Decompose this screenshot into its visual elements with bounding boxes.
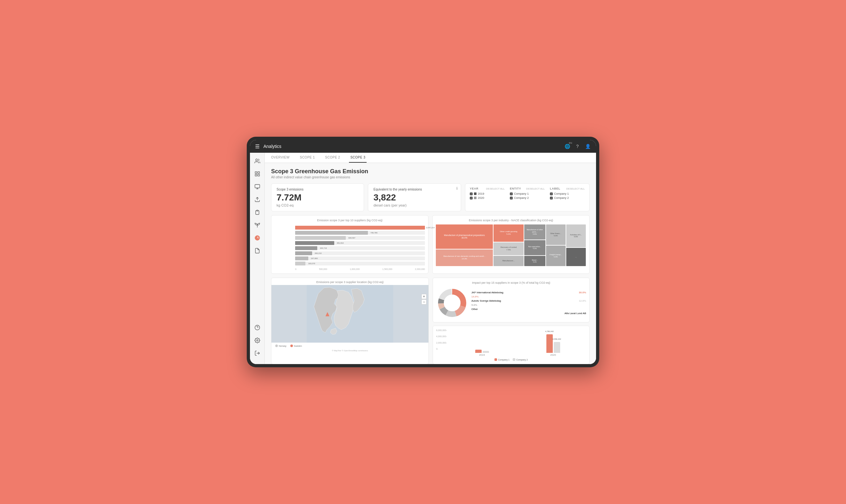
x-label-1: 500,000	[319, 268, 327, 270]
equivalent-unit: diesel cars (per year)	[373, 203, 455, 207]
filter-entity-1[interactable]: Company 1	[510, 192, 545, 195]
zoom-out-button[interactable]: −	[421, 300, 427, 305]
bar-track-1: 2,047,214	[295, 226, 425, 230]
filter-group-year-header: Year DESELECT ALL	[470, 187, 505, 190]
bar-fill-3: 606,567	[295, 236, 346, 240]
x-label-2: 1,000,000	[350, 268, 360, 270]
tm-cell-non-spec[interactable]: Non-specialise...4.5%	[524, 240, 546, 255]
year-group-2019: 2019	[449, 350, 515, 356]
tm-cell-activities[interactable]: Activities of fi...5.6%	[566, 224, 586, 247]
menu-icon[interactable]: ☰	[255, 143, 260, 149]
sidebar-item-help[interactable]	[252, 322, 262, 333]
donut-label-alfa: Alfa Laval Lund AB	[471, 312, 586, 315]
scope3-label: Scope 3 emissions	[277, 187, 359, 191]
map-card: Emissions per scope 3 supplier location …	[271, 277, 429, 364]
sidebar-main	[252, 156, 262, 322]
sidebar-item-plant[interactable]	[252, 220, 262, 230]
filter-year-2019[interactable]: 2019	[470, 192, 505, 195]
checkbox-entity-1[interactable]	[510, 193, 513, 195]
year-2020-label: 2020	[478, 196, 484, 199]
sidebar-item-file[interactable]	[252, 246, 262, 256]
zoom-in-button[interactable]: +	[421, 294, 427, 299]
supplier-alfa: Alfa Laval Lund AB	[564, 312, 586, 315]
pct-14-9: 14.9%	[471, 295, 479, 298]
sidebar-item-upload[interactable]	[252, 194, 262, 204]
tab-scope2[interactable]: SCOPE 2	[324, 153, 342, 163]
tm-cell-recovery[interactable]: Recovery of sorted7.4%	[494, 242, 524, 255]
bar-value-4: 481,810	[337, 242, 344, 244]
sidebar-item-settings[interactable]	[252, 335, 262, 345]
bar-chart-card: Emission scope 3 per top 10 suppliers (k…	[271, 215, 429, 274]
filter-entity-2[interactable]: Company 2	[510, 196, 545, 199]
globe-icon[interactable]: 🌐EN	[564, 143, 570, 149]
donut-row: JKF International Aktiebolag 30.0% 14.9%…	[436, 287, 586, 319]
bar-track-5: 340,719	[295, 246, 425, 250]
scope3-unit: kg CO2-eq	[277, 203, 359, 207]
map-area[interactable]: + −	[272, 285, 429, 343]
checkbox-label-2[interactable]	[550, 197, 553, 199]
filter-label-2[interactable]: Company 2	[550, 196, 585, 199]
map-title: Emissions per scope 3 supplier location …	[272, 278, 429, 285]
bar-chart-container: 2,047,214 795,786	[275, 224, 425, 267]
treemap-col-mid2: Manufacture of other parts...5.6% Non-sp…	[524, 224, 546, 266]
tab-scope3[interactable]: SCOPE 3	[349, 153, 367, 163]
donut-label-row-1: JKF International Aktiebolag 30.0%	[471, 291, 586, 294]
x-label-3: 1,500,000	[382, 268, 392, 270]
filter-group-entity-header: Entity DESELECT ALL	[510, 187, 545, 190]
lang-label: EN	[569, 142, 572, 144]
tm-cell-manuf-extra[interactable]: Manufacture...	[494, 256, 524, 266]
tm-cell-other-fin[interactable]: Other financ...5.0%	[546, 224, 566, 245]
svg-rect-4	[255, 175, 257, 176]
filter-year-2020[interactable]: 2020	[470, 196, 505, 199]
sidebar-item-logout[interactable]	[252, 348, 262, 358]
info-icon[interactable]: ℹ	[456, 186, 457, 191]
filter-label-1[interactable]: Company 1	[550, 192, 585, 195]
bar-value-6: 260,210	[315, 252, 322, 254]
sidebar-item-clipboard[interactable]	[252, 207, 262, 217]
charts-row: Emission scope 3 per top 10 suppliers (k…	[271, 215, 590, 274]
year-deselect[interactable]: DESELECT ALL	[486, 187, 505, 190]
sidebar-item-chart[interactable]	[252, 169, 262, 179]
donut-svg	[436, 287, 468, 319]
label-filter-title: Label	[550, 187, 560, 190]
bar-fill-6: 260,210	[295, 251, 312, 255]
bar-track-6: 260,210	[295, 251, 425, 255]
checkbox-2019[interactable]	[470, 193, 473, 195]
bar-compare-chart: 6,000,000- 4,000,000- 2,000,000- 0-	[436, 329, 586, 356]
tm-cell-cooling[interactable]: Manufacture of non-domestic cooling and …	[436, 249, 493, 266]
checkbox-entity-2[interactable]	[510, 197, 513, 199]
tm-cell-manuf-small[interactable]: Manuf...5.1%	[524, 256, 546, 266]
tab-overview[interactable]: OVERVIEW	[270, 153, 291, 163]
tab-scope1[interactable]: SCOPE 1	[299, 153, 316, 163]
donut-chart-title: Impact per top 15 suppliers in scope 3 (…	[436, 281, 586, 284]
label-deselect[interactable]: DESELECT ALL	[566, 187, 585, 190]
label-1-label: Company 1	[554, 192, 569, 195]
x-label-4: 2,000,000	[415, 268, 425, 270]
help-icon[interactable]: ?	[574, 143, 581, 149]
bar-fill-1: 2,047,214	[295, 226, 425, 230]
user-icon[interactable]: 👤	[585, 143, 591, 149]
tm-cell-other-credit[interactable]: Other credit granting5.0%	[494, 224, 524, 242]
entity-deselect[interactable]: DESELECT ALL	[526, 187, 545, 190]
bar-row-3: 606,567	[275, 236, 425, 240]
bar-value-1: 2,047,214	[426, 227, 434, 229]
year-filter-title: Year	[470, 187, 479, 190]
sweden-label: Sweden	[294, 345, 302, 347]
filter-card: Year DESELECT ALL 2019	[465, 183, 590, 211]
treemap-container: Manufacture of pharmaceutical preparatio…	[436, 224, 586, 266]
sidebar-item-people[interactable]	[252, 156, 262, 166]
tm-cell-misc[interactable]: ...	[566, 248, 586, 266]
equivalent-value: 3,822	[373, 193, 455, 203]
year-2020-dot	[474, 197, 477, 199]
svg-rect-2	[258, 172, 259, 173]
tm-cell-freight[interactable]: Freight transp...5.3%	[546, 246, 566, 266]
tm-cell-pharma[interactable]: Manufacture of pharmaceutical preparatio…	[436, 224, 493, 249]
sidebar-item-analytics[interactable]	[252, 233, 262, 243]
checkbox-2020[interactable]	[470, 197, 473, 199]
tablet-screen: ☰ Analytics 🌐EN ? 👤	[250, 140, 596, 364]
sidebar-item-building[interactable]	[252, 182, 262, 192]
tm-cell-other-parts[interactable]: Manufacture of other parts...5.6%	[524, 224, 546, 239]
checkbox-label-1[interactable]	[550, 193, 553, 195]
top-cards-row: Scope 3 emissions 7.72M kg CO2-eq ℹ Equi…	[271, 183, 590, 211]
y-axis: 6,000,000- 4,000,000- 2,000,000- 0-	[436, 329, 447, 350]
